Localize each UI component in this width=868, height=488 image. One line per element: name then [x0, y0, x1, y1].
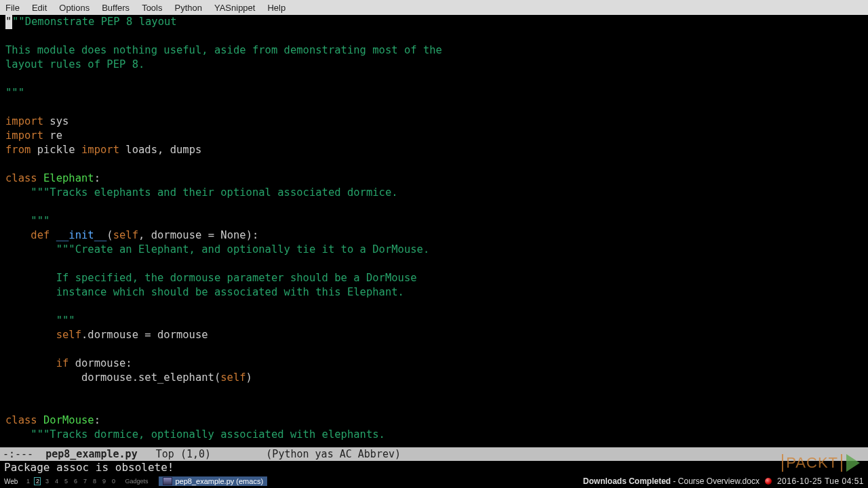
class-elephant: Elephant	[37, 172, 94, 184]
pager-5[interactable]: 5	[62, 477, 69, 485]
editor-buffer[interactable]: """Demonstrate PEP 8 layout This module …	[0, 15, 868, 447]
lparen: (	[106, 229, 113, 241]
taskbar: Web 1 2 3 4 5 6 7 8 9 0 Gadgets pep8_exa…	[0, 474, 868, 488]
notification[interactable]: Downloads Completed - Course Overview.do…	[583, 476, 760, 486]
module-pickle: pickle	[31, 144, 81, 156]
keyword-class: class	[5, 172, 37, 184]
clock: 2016-10-25 Tue 04:51	[777, 476, 864, 486]
record-indicator-icon	[765, 478, 772, 485]
cursor: "	[5, 15, 12, 29]
docstring-line: """Create an Elephant, and optionally ti…	[5, 243, 429, 256]
keyword-import: import	[5, 129, 43, 142]
docstring-line: ""Demonstrate PEP 8 layout	[12, 16, 177, 28]
menu-file[interactable]: File	[5, 3, 20, 13]
pager-7[interactable]: 7	[81, 477, 88, 485]
menu-yasnippet[interactable]: YASnippet	[214, 3, 255, 13]
pager-0[interactable]: 0	[110, 477, 117, 485]
menu-edit[interactable]: Edit	[32, 3, 47, 13]
modeline-position: Top (1,0)	[138, 448, 267, 460]
colon: :	[94, 414, 100, 426]
class-dormouse: DorMouse	[37, 414, 94, 426]
modeline: -:--- pep8_example.py Top (1,0) (Python …	[0, 447, 868, 461]
docstring-line: If specified, the dormouse parameter sho…	[5, 272, 417, 284]
taskbar-gadgets[interactable]: Gadgets	[125, 478, 148, 485]
keyword-if: if	[56, 357, 69, 369]
docstring-line: """Tracks elephants and their optional a…	[5, 186, 398, 199]
keyword-def: def	[31, 229, 50, 241]
self: self	[56, 329, 81, 341]
colon: :	[94, 172, 100, 184]
taskbar-app-emacs[interactable]: pep8_example.py (emacs)	[159, 476, 267, 486]
menu-tools[interactable]: Tools	[142, 3, 162, 13]
pager-9[interactable]: 9	[100, 477, 107, 485]
self: self	[220, 371, 245, 384]
keyword-class: class	[5, 414, 37, 426]
keyword-from: from	[5, 144, 31, 156]
keyword-import: import	[5, 115, 43, 127]
pager-3[interactable]: 3	[43, 477, 50, 485]
call-set-elephant: dormouse.set_elephant(	[5, 371, 220, 384]
pager: 1 2 3 4 5 6 7 8 9 0	[24, 477, 117, 485]
fn-init: __init__	[50, 229, 106, 241]
notif-body: - Course Overview.docx	[671, 476, 760, 486]
docstring-line: """	[5, 314, 75, 327]
rparen: )	[246, 371, 252, 384]
docstring-line: This module does nothing useful, aside f…	[5, 44, 442, 56]
module-re: re	[43, 129, 62, 142]
menu-options[interactable]: Options	[59, 3, 90, 13]
docstring-line: """	[5, 87, 24, 99]
assign-dormouse: .dormouse = dormouse	[81, 329, 208, 341]
menubar: File Edit Options Buffers Tools Python Y…	[0, 0, 868, 15]
pager-2[interactable]: 2	[34, 477, 41, 485]
pager-8[interactable]: 8	[91, 477, 98, 485]
if-cond: dormouse:	[68, 357, 132, 369]
notif-title: Downloads Completed	[583, 476, 671, 486]
docstring-line: """	[5, 215, 50, 227]
pager-6[interactable]: 6	[72, 477, 79, 485]
pager-1[interactable]: 1	[24, 477, 31, 485]
import-names: loads, dumps	[119, 144, 201, 156]
emacs-icon	[163, 477, 172, 485]
taskbar-app-label: pep8_example.py (emacs)	[175, 477, 263, 485]
menu-buffers[interactable]: Buffers	[102, 3, 130, 13]
keyword-import: import	[81, 144, 119, 156]
docstring-line: instance which should be associated with…	[5, 286, 404, 298]
taskbar-web[interactable]: Web	[4, 478, 18, 485]
menu-python[interactable]: Python	[174, 3, 201, 13]
menu-help[interactable]: Help	[267, 3, 285, 13]
modeline-filename: pep8_example.py	[45, 448, 137, 460]
module-sys: sys	[43, 115, 68, 127]
init-args: , dormouse = None):	[138, 229, 258, 241]
modeline-modes: (Python yas AC Abbrev)	[266, 448, 401, 460]
pager-4[interactable]: 4	[53, 477, 60, 485]
minibuffer[interactable]: Package assoc is obsolete!	[0, 461, 868, 474]
docstring-line: layout rules of PEP 8.	[5, 58, 144, 70]
docstring-line: """Tracks dormice, optionally associated…	[5, 428, 385, 441]
modeline-prefix: -:---	[3, 448, 45, 460]
indent	[5, 329, 56, 341]
self: self	[113, 229, 138, 241]
